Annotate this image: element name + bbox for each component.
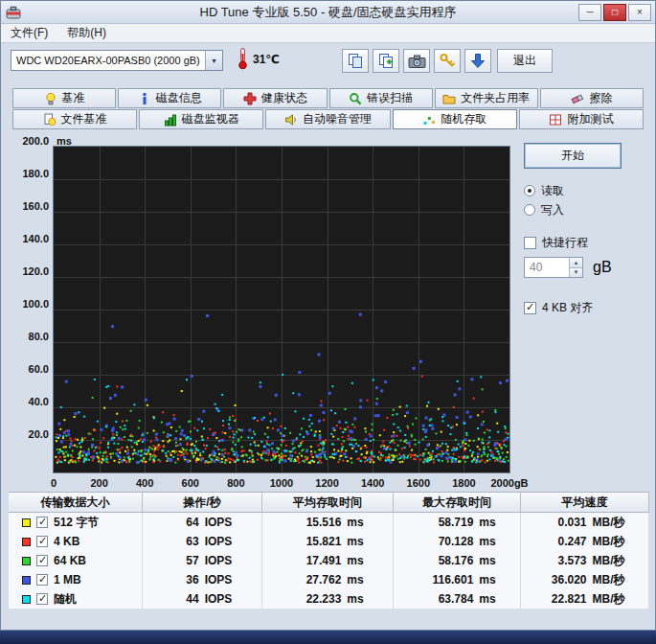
spin-down-icon: ▼ — [574, 269, 579, 275]
column-header: 操作/秒 — [143, 493, 262, 512]
tab-label: 自动噪音管理 — [303, 111, 372, 127]
series-label: 4 KB — [54, 535, 79, 548]
spinner: ▲ ▼ — [569, 258, 582, 277]
align-label: 4 KB 对齐 — [542, 300, 593, 316]
unit-label: MB/秒 — [593, 515, 625, 531]
options-button[interactable] — [434, 49, 461, 73]
quick-length-input[interactable]: 40 ▲ ▼ — [524, 257, 583, 278]
minimize-button[interactable]: ─ — [578, 4, 601, 21]
align-option[interactable]: 4 KB 对齐 — [524, 301, 652, 314]
menu-file[interactable]: 文件(F) — [1, 23, 57, 43]
start-button[interactable]: 开始 — [524, 143, 622, 169]
close-button[interactable]: × — [628, 4, 651, 21]
tab-label: 磁盘信息 — [156, 90, 202, 106]
y-tick-label: 20.0 — [7, 428, 49, 440]
series-color-swatch — [22, 518, 31, 527]
quick-length-row: 40 ▲ ▼ gB — [524, 257, 652, 278]
erase-icon — [571, 92, 584, 105]
save-screenshot-button[interactable] — [403, 49, 430, 73]
file-benchmark-icon — [43, 113, 57, 126]
chevron-down-icon[interactable]: ▼ — [205, 51, 222, 70]
toolbar: WDC WD20EARX-00PASB0 (2000 gB) ▼ 31℃ 退出 — [1, 44, 655, 80]
tab-label: 擦除 — [589, 90, 612, 106]
copy-screenshot-button[interactable] — [373, 49, 399, 73]
tab-random-access[interactable]: 随机存取 — [393, 109, 517, 129]
control-panel: 开始 读取 写入 快捷行程 40 ▲ ▼ gB 4 KB 对齐 — [524, 143, 652, 320]
series-checkbox[interactable] — [36, 574, 48, 586]
tab-disk-monitor[interactable]: 磁盘监视器 — [139, 109, 263, 129]
random-access-scatter-canvas — [53, 146, 510, 473]
maximize-button[interactable]: □ — [603, 4, 626, 21]
y-tick-label: 80.0 — [7, 331, 49, 342]
tab-disk-info[interactable]: 磁盘信息 — [118, 88, 221, 108]
spin-up-button[interactable]: ▲ — [570, 258, 582, 268]
bulb-icon — [44, 92, 57, 105]
unit-label: ms — [347, 592, 363, 606]
series-color-swatch — [22, 557, 31, 565]
table-row: 4 KB63IOPS15.821ms70.128ms0.247MB/秒 — [9, 532, 649, 551]
tab-aam[interactable]: 自动噪音管理 — [265, 109, 390, 129]
series-checkbox[interactable] — [36, 593, 48, 605]
copy-icon — [347, 53, 364, 69]
titlebar[interactable]: HD Tune 专业版 5.50 - 硬盘/固态硬盘实用程序 ─□× — [1, 1, 655, 24]
exit-button[interactable]: 退出 — [497, 49, 553, 73]
series-color-swatch — [22, 538, 31, 546]
menu-help[interactable]: 帮助(H) — [57, 23, 116, 43]
unit-label: ms — [479, 554, 495, 567]
value: 63.784 — [418, 592, 473, 606]
tab-label: 错误扫描 — [367, 90, 413, 106]
value: 64 — [172, 516, 199, 529]
scan-icon — [349, 92, 362, 105]
value: 70.128 — [418, 535, 473, 548]
unit-label: IOPS — [205, 573, 233, 586]
quick-stroke-option[interactable]: 快捷行程 — [524, 236, 652, 249]
folder-icon — [442, 92, 456, 105]
unit-label: MB/秒 — [593, 553, 625, 569]
app-icon — [6, 5, 21, 20]
tab-label: 磁盘监视器 — [182, 111, 239, 127]
drive-select[interactable]: WDC WD20EARX-00PASB0 (2000 gB) ▼ — [11, 50, 223, 71]
value-cell: 22.821MB/秒 — [521, 589, 649, 609]
tab-benchmark[interactable]: 基准 — [12, 88, 116, 108]
read-option[interactable]: 读取 — [524, 184, 652, 197]
update-check-button[interactable] — [464, 49, 491, 73]
copy-info-button[interactable] — [342, 49, 369, 73]
series-label: 1 MB — [54, 573, 81, 586]
transfer-size-cell: 随机 — [9, 589, 143, 609]
value: 116.601 — [418, 573, 473, 586]
results-table-body: 512 字节64IOPS15.516ms58.719ms0.031MB/秒4 K… — [9, 513, 649, 609]
value: 58.719 — [418, 516, 473, 529]
unit-label: ms — [479, 592, 495, 606]
drive-select-value: WDC WD20EARX-00PASB0 (2000 gB) — [11, 51, 205, 70]
unit-label: ms — [347, 535, 363, 548]
tab-folder-usage[interactable]: 文件夹占用率 — [435, 88, 538, 108]
tab-error-scan[interactable]: 错误扫描 — [329, 88, 433, 108]
value-cell: 58.176ms — [394, 551, 521, 570]
tab-health[interactable]: 健康状态 — [223, 88, 327, 108]
read-label: 读取 — [541, 183, 564, 199]
table-row: 随机44IOPS22.233ms63.784ms22.821MB/秒 — [9, 589, 649, 609]
quick-stroke-checkbox[interactable] — [524, 237, 536, 249]
value: 58.176 — [418, 554, 473, 567]
unit-label: MB/秒 — [593, 572, 625, 588]
tab-file-benchmark[interactable]: 文件基准 — [12, 109, 137, 129]
series-checkbox[interactable] — [36, 517, 48, 528]
series-checkbox[interactable] — [36, 536, 48, 547]
taskbar[interactable] — [0, 631, 656, 644]
tab-erase[interactable]: 擦除 — [540, 88, 644, 108]
column-header: 平均存取时间 — [262, 493, 394, 512]
spin-down-button[interactable]: ▼ — [570, 268, 582, 278]
y-tick-label: 100.0 — [7, 298, 49, 310]
transfer-size-cell: 64 KB — [9, 551, 143, 570]
write-option[interactable]: 写入 — [524, 203, 652, 217]
align-checkbox[interactable] — [524, 302, 536, 314]
unit-label: ms — [479, 516, 495, 529]
y-tick-label: 120.0 — [7, 265, 49, 277]
tab-extra-tests[interactable]: 附加测试 — [519, 109, 644, 129]
series-checkbox[interactable] — [36, 555, 48, 566]
read-radio[interactable] — [524, 185, 535, 196]
table-row: 1 MB36IOPS27.762ms116.601ms36.020MB/秒 — [9, 570, 649, 589]
thermometer-icon — [237, 47, 249, 74]
write-radio[interactable] — [524, 204, 535, 216]
y-tick-label: 200.0 — [7, 135, 49, 147]
